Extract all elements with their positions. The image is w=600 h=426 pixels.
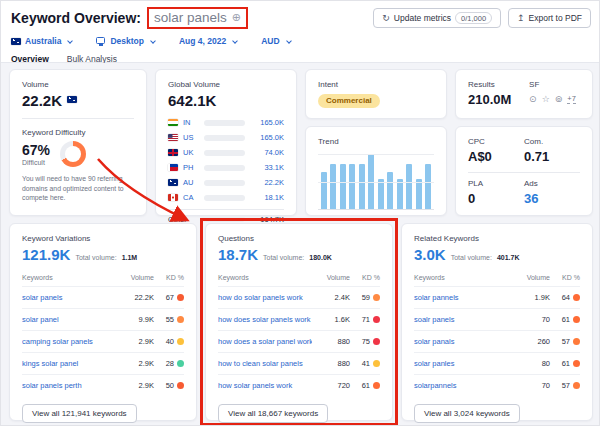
country-volume: 74.0K <box>248 148 284 157</box>
keyword-link[interactable]: how to clean solar panels <box>218 359 312 368</box>
country-code[interactable]: US <box>183 133 201 142</box>
sf-image-pack-icon[interactable]: ⊚ <box>555 94 563 104</box>
volume-value: 22.2K <box>22 92 62 109</box>
sf-more-count[interactable]: +7 <box>567 94 576 104</box>
export-pdf-button[interactable]: ↥ Export to PDF <box>508 8 591 28</box>
kd-value: 67% <box>22 142 50 158</box>
keyword-link[interactable]: how does solar panels work <box>218 315 312 324</box>
keyword-link[interactable]: camping solar panels <box>22 337 116 346</box>
country-volume: 165.0K <box>248 133 284 142</box>
cpc-value: A$0 <box>468 149 524 164</box>
table-row: solarpannels 70 57 <box>414 374 580 396</box>
keyword-link[interactable]: solar panles <box>414 359 512 368</box>
country-row: AU 22.2K <box>168 175 284 190</box>
intent-badge[interactable]: Commercial <box>318 94 380 108</box>
content-area: Volume 22.2K Keyword Difficulty 67% Diff… <box>1 63 599 425</box>
kd-dot <box>573 294 580 301</box>
desktop-icon <box>96 37 105 44</box>
device-filter[interactable]: Desktop <box>96 36 155 46</box>
flag-uk-icon <box>168 149 178 156</box>
keyword-link[interactable]: soalr panels <box>414 315 512 324</box>
trend-label: Trend <box>318 137 434 146</box>
related-keywords-card: Related Keywords 3.0K Total volume: 401.… <box>401 223 593 421</box>
country-code[interactable]: PH <box>183 163 201 172</box>
chevron-down-icon <box>232 38 238 44</box>
cpc-card: CPC A$0 Com. 0.71 PLA 0 Ads 36 <box>455 126 593 216</box>
keyword-link[interactable]: solar panals <box>414 337 512 346</box>
keyword-link[interactable]: kings solar panel <box>22 359 116 368</box>
sf-reviews-icon[interactable]: ☆ <box>542 94 550 104</box>
country-code[interactable]: CA <box>183 193 201 202</box>
volume-bar <box>201 216 245 222</box>
keyword-link[interactable]: solar panel <box>22 315 116 324</box>
results-card: Results 210.0M SF ⊙ ☆ ⊚ +7 <box>455 69 593 119</box>
trend-bar <box>387 172 393 209</box>
country-volume: 165.0K <box>248 118 284 127</box>
volume-bar <box>204 120 245 126</box>
flag-ca-icon <box>168 194 178 201</box>
keyword-link[interactable]: how does a solar panel work <box>218 337 312 346</box>
volume-bar <box>204 180 245 186</box>
table-row: solar panels perth 2.9K 50 <box>22 374 184 396</box>
volume-bar <box>204 165 245 171</box>
kd-dot <box>573 360 580 367</box>
database-filter[interactable]: Australia <box>11 36 72 46</box>
keyword-link[interactable]: how solar panels work <box>218 381 312 390</box>
trend-bar <box>349 164 355 209</box>
view-all-related-button[interactable]: View all 3,024 keywords <box>414 404 520 423</box>
flag-in-icon <box>168 119 178 126</box>
flag-us-icon <box>168 134 178 141</box>
trend-bar <box>406 164 412 209</box>
update-metrics-button[interactable]: ↻ Update metrics 0/1,000 <box>373 8 501 28</box>
country-code[interactable]: IN <box>183 118 201 127</box>
country-code[interactable]: AU <box>183 178 201 187</box>
flag-au-icon <box>67 96 77 103</box>
add-keyword-icon[interactable]: ⊕ <box>232 11 241 24</box>
kd-level: Difficult <box>22 159 50 166</box>
keyword-link[interactable]: solar pannels <box>414 293 512 302</box>
kd-dot <box>373 294 380 301</box>
view-all-variations-button[interactable]: View all 121,941 keywords <box>22 404 137 423</box>
kd-dot <box>177 382 184 389</box>
volume-card: Volume 22.2K Keyword Difficulty 67% Diff… <box>9 69 147 216</box>
keyword-link[interactable]: how do solar panels work <box>218 293 312 302</box>
view-all-questions-button[interactable]: View all 18,667 keywords <box>218 404 328 423</box>
keyword-link[interactable]: solarpannels <box>414 381 512 390</box>
country-volume: 18.1K <box>248 193 284 202</box>
kd-donut-chart <box>60 141 86 167</box>
table-row: camping solar panels 2.9K 40 <box>22 330 184 352</box>
table-header: Keywords Volume KD % <box>414 274 580 286</box>
trend-bar <box>359 164 365 209</box>
competition-label: Com. <box>524 137 580 146</box>
currency-filter[interactable]: AUD <box>261 36 290 46</box>
pla-value: 0 <box>468 191 524 206</box>
export-pdf-label: Export to PDF <box>529 13 582 23</box>
keyword-highlight-box: solar panels ⊕ <box>147 7 248 29</box>
date-filter[interactable]: Aug 4, 2022 <box>179 36 237 46</box>
country-row: US 165.0K <box>168 130 284 145</box>
chevron-down-icon <box>68 38 74 44</box>
kd-dot <box>373 382 380 389</box>
flag-au-icon <box>168 179 178 186</box>
flag-ph-icon <box>168 164 178 171</box>
results-label: Results <box>468 80 529 89</box>
table-row: kings solar panel 2.9K 28 <box>22 352 184 374</box>
sf-local-pack-icon[interactable]: ⊙ <box>529 94 537 104</box>
trend-bar-chart <box>318 154 434 210</box>
trend-bar <box>416 179 422 209</box>
table-title: Questions <box>218 234 380 243</box>
country-code[interactable]: UK <box>183 148 201 157</box>
keyword-link[interactable]: solar panels perth <box>22 381 116 390</box>
country-row: IN 165.0K <box>168 115 284 130</box>
kd-dot <box>373 338 380 345</box>
global-volume-label: Global Volume <box>168 80 284 89</box>
keyword-query: solar panels <box>154 10 227 25</box>
sf-label: SF <box>529 80 580 89</box>
ads-value[interactable]: 36 <box>524 191 580 206</box>
trend-bar <box>321 172 327 209</box>
ads-label: Ads <box>524 179 580 188</box>
table-count: 3.0K <box>414 246 446 263</box>
keyword-link[interactable]: solar panels <box>22 293 116 302</box>
trend-bar <box>425 164 431 209</box>
trend-bar <box>378 179 384 209</box>
